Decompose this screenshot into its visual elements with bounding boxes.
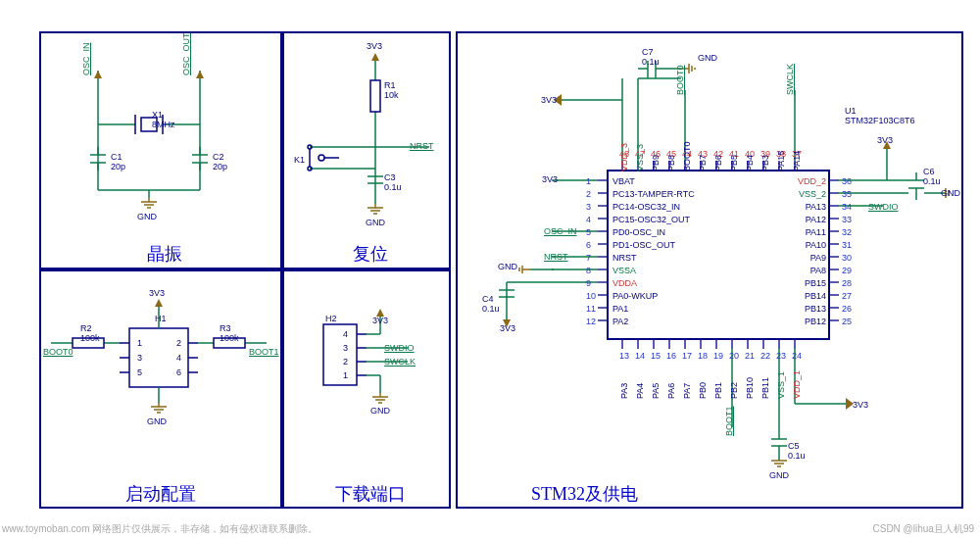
h1-p6: 6 [176,367,181,377]
pin-label: PA4 [635,383,645,399]
c1-val: 20p [111,162,125,171]
pin-label: 17 [682,351,692,361]
mcu-3v3-bl: 3V3 [500,323,515,333]
schematic-boot [39,269,282,509]
c7-ref: C7 [642,47,654,57]
c2-val: 20p [213,162,227,171]
pin-label: 20 [729,351,739,361]
pin-label: 26 [842,304,852,314]
pin-label: VSS_3 [635,144,645,171]
pin-label: 13 [619,351,629,361]
pin-label: 3 [586,202,591,212]
pin-label: 16 [666,351,676,361]
svg-point-35 [318,155,324,161]
pin-label: VSS_1 [776,371,786,399]
pin-label: PA2 [612,317,628,326]
swd-3v3: 3V3 [372,316,388,325]
pin-label: PA6 [666,383,676,399]
pin-label: PA0-WKUP [612,291,658,301]
pin-label: 15 [651,351,661,361]
c6-val: 0.1u [923,176,941,186]
pin-label: 11 [586,304,596,314]
h1-p3: 3 [137,353,142,363]
pin-label: 1 [586,176,591,186]
pin-label: PB1 [713,382,723,399]
pin-label: PB6 [713,155,723,171]
watermark-left: www.toymoban.com 网络图片仅供展示，非存储，如有侵权请联系删除。 [2,522,318,536]
pin-label: 33 [842,215,852,224]
pin-label: 35 [842,189,852,199]
pin-label: PB3 [760,155,770,171]
net-osc-out: OSC_OUT [181,32,191,75]
c6-ref: C6 [923,167,935,176]
watermark-right: CSDN @lihua且人机99 [872,522,974,536]
boot-gnd: GND [147,416,167,426]
x1-val: 8MHz [152,120,175,129]
pin-label: 25 [842,317,852,326]
mcu-nrst: NRST [544,252,568,262]
pin-label: PA1 [612,304,628,314]
net-swclk: SWCLK [384,357,416,367]
pin-label: VDD_1 [792,370,802,399]
pin-label: 4 [586,215,591,224]
h2-p2: 2 [343,357,348,367]
svg-marker-22 [196,71,204,78]
k1-ref: K1 [294,155,305,165]
mcu-gnd-top: GND [698,53,717,63]
mcu-gnd-b: GND [769,470,789,480]
mcu-3v3-br: 3V3 [853,400,868,410]
pin-label: PB12 [805,317,826,326]
pin-label: PB10 [745,377,755,399]
h1-p5: 5 [137,367,142,377]
pin-label: VSS_2 [799,189,826,199]
mcu-boot1: BOOT1 [724,406,734,436]
mcu-3v3-r: 3V3 [877,135,893,145]
pin-label: PA8 [810,266,826,275]
pin-label: PC13-TAMPER-RTC [612,189,695,199]
net-boot0: BOOT0 [43,347,74,357]
net-boot1: BOOT1 [249,347,279,357]
boot-3v3: 3V3 [149,288,165,298]
pin-label: 31 [842,240,852,250]
pin-label: PD1-OSC_OUT [612,240,675,250]
pin-label: 36 [842,176,852,186]
pin-label: PC14-OSC32_IN [612,202,680,212]
c5-val: 0.1u [788,451,806,461]
pin-label: PA9 [810,253,826,263]
x1-ref: X1 [152,110,163,120]
h2-p3: 3 [343,343,348,353]
pin-label: 23 [776,351,786,361]
h1-ref: H1 [155,314,167,323]
svg-rect-63 [323,324,357,385]
pin-label: PB4 [745,155,755,171]
c4-ref: C4 [482,294,494,304]
pin-label: PA15 [776,151,786,171]
pin-label: 8 [586,266,591,275]
pin-label: PC15-OSC32_OUT [612,215,690,224]
schematic-oscillator [39,31,282,269]
net-swdio: SWDIO [384,343,415,353]
pin-label: 21 [745,351,755,361]
pin-label: PB5 [729,155,739,171]
mcu-gnd-r: GND [941,188,960,198]
pin-label: PA5 [651,383,661,399]
pin-label: 10 [586,291,596,301]
pin-label: 12 [586,317,596,326]
mcu-3v3-left: 3V3 [542,174,558,184]
c2-ref: C2 [213,152,224,162]
pin-label: 29 [842,266,852,275]
osc-gnd: GND [137,212,157,221]
mcu-osc-in: OSC_IN [544,226,577,236]
mcu-swclk-top: SWCLK [785,64,795,95]
pin-label: PA7 [682,383,692,399]
pin-label: 32 [842,227,852,237]
c5-ref: C5 [788,441,800,451]
net-nrst: NRST [410,141,434,151]
svg-rect-32 [370,80,380,112]
c3-ref: C3 [384,172,396,182]
pin-label: PB9 [651,155,661,171]
pin-label: PA14 [792,151,802,171]
pin-label: VDD_2 [798,176,826,186]
pin-label: PA13 [806,202,826,212]
u1-ref: U1 [845,106,857,116]
